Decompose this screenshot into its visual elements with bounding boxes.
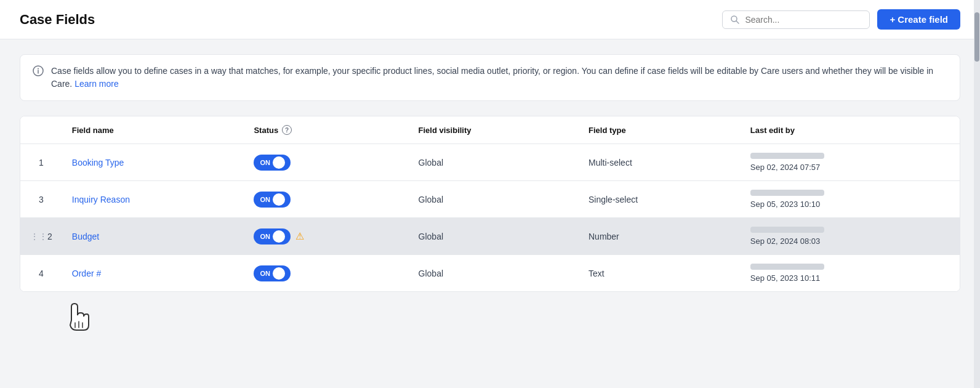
col-header-field-name: Field name bbox=[62, 116, 244, 144]
visibility-cell: Global bbox=[409, 144, 579, 181]
editor-name-blurred bbox=[750, 153, 824, 159]
scrollbar-track[interactable] bbox=[974, 0, 980, 307]
col-header-index bbox=[20, 116, 62, 144]
fields-table: Field name Status ? Field visibility Fie… bbox=[20, 116, 960, 292]
last-edit-cell: Sep 02, 2024 07:57 bbox=[741, 144, 960, 181]
table-header-row: Field name Status ? Field visibility Fie… bbox=[20, 116, 960, 144]
status-cell: ON bbox=[244, 144, 408, 181]
editor-name-blurred bbox=[750, 227, 824, 233]
status-toggle[interactable]: ON bbox=[254, 265, 291, 281]
field-name-link[interactable]: Booking Type bbox=[72, 158, 124, 168]
field-name-cell: Budget bbox=[62, 218, 244, 255]
field-type-cell: Multi-select bbox=[579, 144, 741, 181]
edit-date: Sep 05, 2023 10:11 bbox=[750, 273, 950, 283]
status-toggle[interactable]: ON bbox=[254, 155, 291, 171]
row-index: 3 bbox=[20, 181, 62, 218]
visibility-cell: Global bbox=[409, 218, 579, 255]
last-edit-cell: Sep 05, 2023 10:10 bbox=[741, 181, 960, 218]
last-edit-cell: Sep 05, 2023 10:11 bbox=[741, 255, 960, 292]
field-name-cell: Inquiry Reason bbox=[62, 181, 244, 218]
top-right-actions: + Create field bbox=[722, 9, 960, 30]
status-toggle[interactable]: ON bbox=[254, 228, 291, 245]
col-header-last-edit: Last edit by bbox=[741, 116, 960, 144]
info-icon bbox=[33, 65, 44, 76]
row-index: 4 bbox=[20, 255, 62, 292]
col-header-visibility: Field visibility bbox=[409, 116, 579, 144]
info-banner: Case fields allow you to define cases in… bbox=[20, 54, 960, 101]
status-cell: ON bbox=[244, 255, 408, 292]
edit-date: Sep 05, 2023 10:10 bbox=[750, 200, 950, 209]
table-row: ⋮⋮2BudgetON⚠GlobalNumber Sep 02, 2024 08… bbox=[20, 218, 960, 255]
edit-date: Sep 02, 2024 07:57 bbox=[750, 163, 950, 172]
table-row: 1Booking TypeONGlobalMulti-select Sep 02… bbox=[20, 144, 960, 181]
scrollbar-thumb[interactable] bbox=[974, 12, 979, 62]
col-header-field-type: Field type bbox=[579, 116, 741, 144]
table-row: 4Order #ONGlobalText Sep 05, 2023 10:11 bbox=[20, 255, 960, 292]
field-name-link[interactable]: Inquiry Reason bbox=[72, 195, 130, 204]
field-name-cell: Order # bbox=[62, 255, 244, 292]
create-field-button[interactable]: + Create field bbox=[877, 9, 960, 30]
svg-point-4 bbox=[38, 68, 39, 70]
learn-more-link[interactable]: Learn more bbox=[74, 79, 119, 89]
editor-name-blurred bbox=[750, 264, 824, 270]
row-index: 1 bbox=[20, 144, 62, 181]
search-box[interactable] bbox=[722, 10, 870, 29]
visibility-cell: Global bbox=[409, 181, 579, 218]
visibility-cell: Global bbox=[409, 255, 579, 292]
edit-date: Sep 02, 2024 08:03 bbox=[750, 236, 950, 246]
warning-icon: ⚠ bbox=[295, 230, 304, 242]
field-name-cell: Booking Type bbox=[62, 144, 244, 181]
field-type-cell: Text bbox=[579, 255, 741, 292]
drag-handle[interactable]: ⋮⋮ bbox=[30, 232, 47, 241]
last-edit-cell: Sep 02, 2024 08:03 bbox=[741, 218, 960, 255]
field-type-cell: Number bbox=[579, 218, 741, 255]
search-icon bbox=[730, 15, 740, 25]
field-type-cell: Single-select bbox=[579, 181, 741, 218]
table-row: 3Inquiry ReasonONGlobalSingle-select Sep… bbox=[20, 181, 960, 218]
main-content: Case fields allow you to define cases in… bbox=[0, 39, 980, 307]
editor-name-blurred bbox=[750, 190, 824, 196]
svg-line-1 bbox=[736, 21, 739, 23]
status-toggle[interactable]: ON bbox=[254, 192, 291, 208]
field-name-link[interactable]: Budget bbox=[72, 232, 99, 241]
search-input[interactable] bbox=[745, 15, 862, 25]
info-text: Case fields allow you to define cases in… bbox=[51, 65, 947, 91]
field-name-link[interactable]: Order # bbox=[72, 269, 101, 278]
status-cell: ON bbox=[244, 181, 408, 218]
col-header-status: Status ? bbox=[244, 116, 408, 144]
status-cell: ON⚠ bbox=[244, 218, 408, 255]
top-bar: Case Fields + Create field bbox=[0, 0, 980, 39]
row-index: ⋮⋮2 bbox=[20, 218, 62, 255]
page-title: Case Fields bbox=[20, 12, 95, 28]
status-help-icon[interactable]: ? bbox=[282, 125, 292, 135]
